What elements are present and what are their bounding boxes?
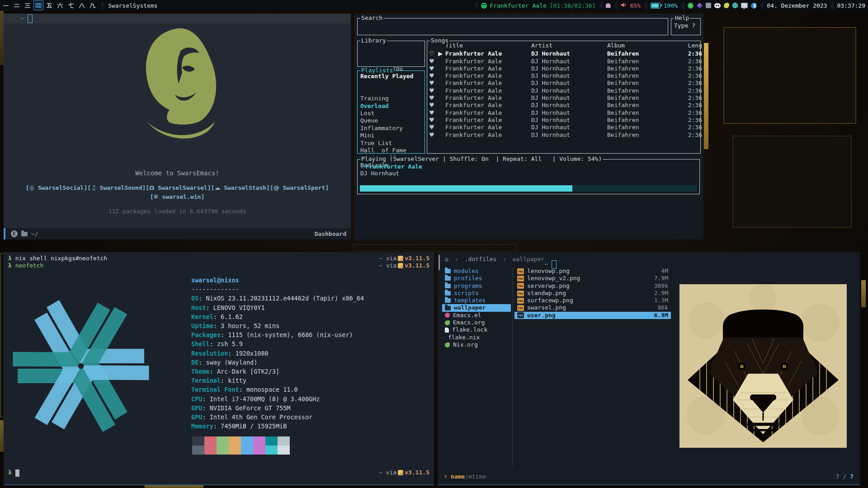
file-size: 1.3M (654, 297, 668, 304)
dashboard-button[interactable]: ♫ SwarselSound (87, 184, 146, 191)
breadcrumb-parent[interactable]: .dotfiles (465, 256, 496, 263)
python-version: v3.11.5 (405, 262, 429, 269)
package-tray-icon[interactable]: * (706, 3, 711, 8)
volume-icon[interactable] (621, 2, 627, 9)
file-entry[interactable]: PNG lenovowp.png 4M (514, 267, 671, 275)
entry-name: Emacs.org (453, 319, 508, 326)
sort-mode[interactable]: name (451, 473, 465, 480)
directory-entry[interactable]: templates (442, 297, 511, 304)
dashboard-button[interactable]: ☁ SwarselStash (211, 184, 269, 191)
workspace-6[interactable] (55, 0, 65, 10)
heart-icon[interactable]: ♥ (429, 94, 438, 102)
dashboard-button[interactable]: ◎ SwarselSocial (26, 184, 88, 191)
display-tray-icon[interactable] (741, 3, 748, 8)
song-title: Frankfurter Aale (445, 124, 531, 131)
playlist-item[interactable]: Inflammatory (360, 125, 422, 132)
checkmark-tray-icon[interactable]: ✓ (688, 3, 693, 9)
terminal-cursor[interactable] (15, 469, 19, 477)
swarsel-win-button[interactable]: ✻ swarsel.win (150, 193, 204, 200)
neofetch-line: GPUIntel 4th Gen Core Processor (191, 413, 364, 422)
entry-name: modules (454, 267, 508, 275)
directory-entry[interactable]: programs (442, 282, 511, 290)
file-entry[interactable]: PNG user.png 6.9M (514, 312, 671, 319)
heart-icon[interactable]: ♥ (429, 80, 438, 87)
now-playing-song[interactable]: Frankfurter Aale (490, 2, 547, 9)
directory-entry[interactable]: scripts (442, 290, 511, 297)
dashboard-button[interactable]: Ω SwarselSwarsel (146, 184, 211, 191)
heart-icon[interactable]: ♡ (429, 50, 438, 57)
gem-tray-icon[interactable] (697, 3, 703, 9)
song-title: Frankfurter Aale (445, 80, 531, 87)
heart-icon[interactable]: ♥ (429, 124, 438, 131)
search-box[interactable]: Search (357, 18, 668, 35)
syncthing-tray-icon[interactable] (732, 3, 738, 8)
neofetch-info: OSNixOS 23.11.20231112.e44462d (Tapir) x… (191, 294, 364, 431)
file-entry[interactable]: PNG swarsel.png 86k (514, 304, 671, 311)
heart-icon[interactable]: ♥ (429, 58, 438, 65)
emacs-modeline: E ~/ Dashboard (4, 228, 351, 239)
workspace-9[interactable] (88, 0, 98, 10)
discord-tray-icon[interactable] (714, 3, 721, 8)
heart-icon[interactable]: ♥ (429, 117, 438, 124)
playlist-item[interactable]: Queue (360, 117, 422, 124)
button-label: SwarselStash (224, 184, 266, 191)
directory-entry[interactable]: wallpaper (442, 304, 511, 311)
dashboard-button[interactable]: @ SwarselSport (270, 184, 329, 191)
seek-bar[interactable] (360, 185, 697, 192)
sort-order-icon[interactable]: ↑ (444, 473, 448, 480)
workspace-8[interactable] (77, 0, 87, 10)
playlist-item[interactable]: Lost (360, 110, 422, 117)
workspace-2[interactable] (12, 0, 22, 10)
directory-entry[interactable]: Nix.org (442, 341, 511, 348)
file-entry[interactable]: PNG serverwp.png 389k (514, 282, 671, 290)
swan-tray-icon[interactable] (724, 3, 729, 8)
heart-icon[interactable]: ♥ (429, 65, 438, 72)
song-album: Beifahren (607, 58, 683, 65)
directory-entry[interactable]: Emacs.el (442, 312, 511, 319)
button-label: SwarselSport (283, 184, 326, 191)
playlist-item[interactable]: True List (360, 140, 422, 147)
heart-icon[interactable]: ♥ (429, 102, 438, 109)
playlist-item[interactable]: Mini (360, 132, 422, 139)
spotify-icon[interactable] (481, 3, 487, 9)
file-entry[interactable]: PNG surfacewp.png 1.3M (514, 297, 671, 304)
vpn-icon[interactable] (606, 3, 611, 8)
file-type-icon (445, 320, 450, 325)
file-type-icon (445, 284, 451, 288)
home-icon[interactable]: ⌂ (445, 256, 448, 263)
entry-name: wallpaper (454, 304, 508, 311)
workspace-5[interactable] (44, 0, 54, 10)
palette-swatch (265, 436, 278, 446)
workspace-3[interactable] (23, 0, 33, 10)
welcome-text: Welcome to SwarsEmacs! (4, 169, 351, 177)
workspace-1[interactable] (1, 0, 11, 10)
directory-entry[interactable]: flake.lock (442, 326, 511, 333)
workspace-4[interactable] (33, 0, 43, 10)
playing-heart-icon[interactable]: ♡ (360, 163, 366, 170)
python-icon (398, 470, 403, 475)
playlist-item[interactable]: Overload (360, 103, 422, 110)
directory-entry[interactable]: modules (442, 267, 511, 275)
directory-entry[interactable]: Emacs.org (442, 319, 511, 326)
heart-icon[interactable]: ♥ (429, 109, 438, 117)
yazi-status-bar: ↑ name | mtime 7 / 7 (444, 473, 854, 480)
scroll-indicator[interactable] (439, 255, 440, 270)
play-indicator (438, 65, 445, 72)
rprompt-dir: ~ (379, 262, 382, 269)
directory-entry[interactable]: profiles (442, 275, 511, 282)
workspace-7[interactable] (66, 0, 76, 10)
heart-icon[interactable]: ♥ (429, 72, 438, 80)
playlist-item[interactable]: Training (360, 95, 422, 102)
heart-icon[interactable]: ♥ (429, 87, 438, 94)
file-entry[interactable]: PNG lenovowp_v2.png 7.9M (514, 275, 671, 282)
song-artist: DJ Hornhaut (531, 80, 607, 87)
directory-entry[interactable]: flake.nix (442, 334, 511, 341)
playlists-label: Playlists (360, 67, 394, 74)
neofetch-userhost: swarsel@nixos (191, 276, 364, 285)
playlist-item[interactable]: Hall of Fame (360, 147, 422, 154)
search-box-label: Search (360, 14, 383, 21)
sort-alt-mode[interactable]: mtime (468, 473, 486, 480)
bluetooth-tray-icon[interactable] (751, 3, 757, 9)
file-entry[interactable]: PNG standwp.png 2.9M (514, 290, 671, 297)
heart-icon[interactable]: ♥ (429, 131, 438, 139)
